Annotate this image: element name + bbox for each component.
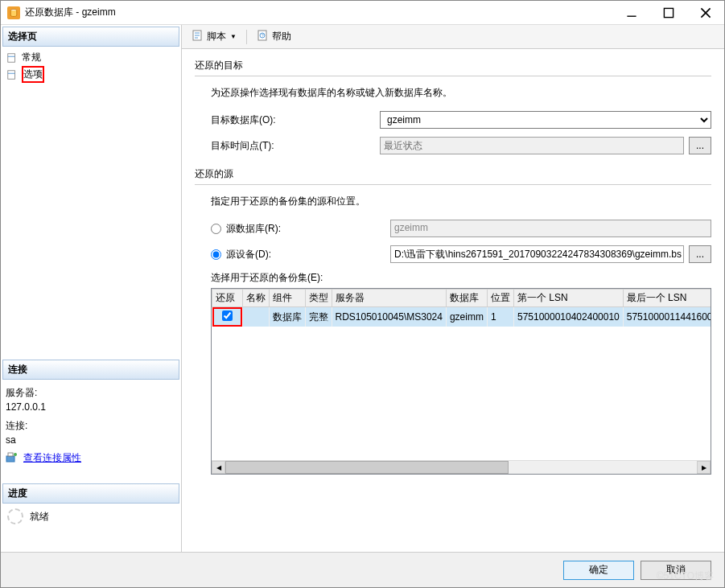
sidebar-item-label: 选项 [23,68,43,80]
source-device-label: 源设备(D): [226,248,390,261]
database-icon [7,6,20,19]
target-time-value: 最近状态 [380,137,684,154]
cancel-button[interactable]: 取消 [641,561,711,580]
titlebar: 还原数据库 - gzeimm [1,1,724,25]
help-icon: ? [257,29,270,44]
cell-name [242,307,269,327]
help-button[interactable]: ? 帮助 [253,27,295,46]
svg-rect-5 [8,53,15,62]
script-button[interactable]: 脚本 ▼ [188,27,240,46]
col-database[interactable]: 数据库 [446,290,487,307]
main-panel: 脚本 ▼ ? 帮助 还原的目标 为还原操作选择现有数据库的名称或键入新数据库名称… [182,25,724,552]
connection-label: 连接: [6,419,176,433]
connection-value: sa [6,434,176,446]
restore-checkbox[interactable] [222,310,233,321]
source-group-title: 还原的源 [195,167,711,181]
svg-rect-2 [664,8,673,17]
target-desc: 为还原操作选择现有数据库的名称或键入新数据库名称。 [211,86,711,100]
select-page-header: 选择页 [2,27,179,47]
target-group-title: 还原的目标 [195,59,711,72]
source-database-radio[interactable] [211,224,221,234]
sidebar-item-label: 常规 [22,51,41,64]
backup-sets-label: 选择用于还原的备份集(E): [211,271,711,285]
svg-rect-8 [8,453,13,456]
connection-header: 连接 [2,360,179,380]
script-label: 脚本 [207,30,226,43]
server-value: 127.0.0.1 [6,401,176,413]
source-desc: 指定用于还原的备份集的源和位置。 [211,195,711,208]
backup-sets-table: 还原 名称 组件 类型 服务器 数据库 位置 第一个 LSN 最后一个 LSN [211,288,711,475]
cell-first-lsn: 5751000010402400010 [513,307,623,327]
page-icon [6,68,19,81]
col-server[interactable]: 服务器 [332,290,446,307]
horizontal-scrollbar[interactable]: ◀ ▶ [212,460,711,474]
progress-header: 进度 [2,483,179,504]
chevron-down-icon: ▼ [230,33,237,40]
target-time-browse-button[interactable]: ... [689,137,711,154]
svg-rect-7 [6,456,14,462]
cell-database: gzeimm [446,307,487,327]
col-name[interactable]: 名称 [242,290,269,307]
source-device-value: D:\迅雷下载\hins2671591_20170903224247834308… [390,245,684,263]
col-first-lsn[interactable]: 第一个 LSN [513,290,623,307]
cell-server: RDS105010045\MS3024 [332,307,446,327]
scroll-right-icon[interactable]: ▶ [697,461,711,474]
svg-rect-6 [8,70,15,79]
cell-type: 完整 [305,307,332,327]
col-component[interactable]: 组件 [269,290,305,307]
source-device-radio[interactable] [211,249,221,260]
connection-icon [6,450,19,466]
progress-status: 就绪 [30,510,49,524]
scroll-left-icon[interactable]: ◀ [212,461,225,474]
col-restore[interactable]: 还原 [212,290,243,307]
separator [246,30,247,44]
minimize-button[interactable] [613,1,650,24]
target-db-label: 目标数据库(O): [211,113,380,127]
server-label: 服务器: [6,386,176,400]
scroll-thumb[interactable] [225,461,509,474]
source-device-browse-button[interactable]: ... [689,245,711,263]
col-type[interactable]: 类型 [305,290,332,307]
restore-database-dialog: 还原数据库 - gzeimm 选择页 常规 [0,0,725,588]
close-button[interactable] [687,1,724,24]
sidebar-item-options[interactable]: 选项 [4,65,178,84]
target-time-label: 目标时间点(T): [211,139,380,153]
target-database-combo[interactable]: gzeimm [380,111,711,129]
col-position[interactable]: 位置 [487,290,513,307]
table-row[interactable]: 数据库 完整 RDS105010045\MS3024 gzeimm 1 5751… [212,307,712,327]
ok-button[interactable]: 确定 [563,561,634,580]
sidebar: 选择页 常规 选项 连接 服务器: 127.0 [1,25,182,552]
sidebar-item-general[interactable]: 常规 [4,50,178,65]
source-db-value: gzeimm [390,220,711,237]
source-db-label: 源数据库(R): [226,222,390,236]
view-connection-link[interactable]: 查看连接属性 [23,451,81,465]
divider [195,184,711,185]
maximize-button[interactable] [650,1,687,24]
script-icon [192,29,204,44]
toolbar: 脚本 ▼ ? 帮助 [182,25,724,49]
svg-point-9 [14,453,17,456]
window-title: 还原数据库 - gzeimm [25,6,613,19]
dialog-footer: 确定 取消 [1,552,724,587]
cell-component: 数据库 [269,307,305,327]
divider [195,76,711,76]
cell-position: 1 [487,307,513,327]
cell-last-lsn: 5751000011441600 [623,307,711,327]
page-icon [6,51,19,64]
progress-spinner-icon [7,508,23,524]
help-label: 帮助 [272,30,291,43]
col-last-lsn[interactable]: 最后一个 LSN [623,290,711,307]
